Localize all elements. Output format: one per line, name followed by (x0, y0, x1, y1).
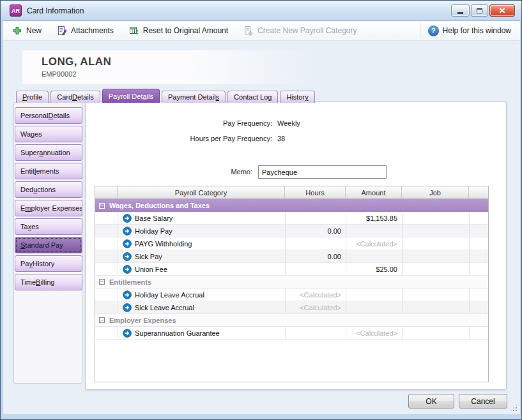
sidebar-item-deductions[interactable]: Deductions (15, 181, 82, 198)
sidebar-item-entitlements[interactable]: Entitlements (15, 163, 82, 179)
toolbar-left-group: New Attachments (3, 26, 420, 36)
table-group-employer-expenses[interactable]: Employer Expenses (95, 314, 488, 327)
toolbar-reset-original-amount-button[interactable]: Reset to Original Amount (129, 26, 228, 36)
table-row-sick-leave-accrual[interactable]: Sick Leave Accrual <Calculated> (95, 301, 488, 314)
amount-cell[interactable]: $1,153.85 (346, 212, 402, 224)
hours-cell[interactable]: <Calculated> (285, 289, 346, 301)
column-header-amount[interactable]: Amount (346, 186, 402, 199)
detail-arrow-icon[interactable] (123, 329, 132, 338)
payroll-category-name: Union Fee (135, 266, 167, 273)
sidebar-item-employer-expenses[interactable]: Employer Expenses (15, 200, 82, 216)
sidebar-item-personal-details[interactable]: Personal Details (15, 107, 82, 124)
job-cell[interactable] (402, 263, 469, 275)
restore-button[interactable] (471, 4, 488, 17)
row-select-cell[interactable] (95, 327, 118, 339)
help-button[interactable]: ? Help for this window (420, 23, 520, 38)
collapse-icon[interactable] (99, 279, 105, 285)
payroll-category-name: Sick Leave Accrual (135, 304, 194, 311)
amount-cell[interactable] (346, 225, 402, 237)
job-cell[interactable] (402, 237, 469, 250)
job-cell[interactable] (402, 327, 469, 339)
resize-grip[interactable] (510, 404, 518, 412)
sidebar-item-wages[interactable]: Wages (15, 126, 82, 142)
table-row-payg-withholding[interactable]: PAYG Withholding <Calculated> (95, 237, 488, 250)
amount-cell[interactable] (346, 301, 402, 313)
table-row-sick-pay[interactable]: Sick Pay 0.00 (95, 250, 488, 263)
hours-cell[interactable]: 0.00 (285, 250, 346, 262)
row-select-cell[interactable] (95, 263, 118, 275)
table-group-entitlements[interactable]: Entitlements (95, 276, 488, 289)
amount-cell[interactable] (346, 289, 402, 301)
column-header-payroll-category[interactable]: Payroll Category (118, 186, 285, 199)
detail-arrow-icon[interactable] (123, 239, 132, 248)
table-row-union-fee[interactable]: Union Fee $25.00 (95, 263, 488, 276)
toolbar-attachments-button[interactable]: Attachments (57, 26, 114, 36)
hours-cell[interactable]: <Calculated> (285, 301, 346, 313)
tab-contact-log[interactable]: Contact Log (227, 91, 278, 103)
job-cell[interactable] (402, 212, 469, 224)
tab-label: Contact Lo (234, 93, 268, 101)
detail-arrow-icon[interactable] (123, 214, 132, 223)
tab-label: rofile (27, 93, 42, 101)
job-cell[interactable] (402, 301, 469, 313)
hours-cell[interactable] (285, 212, 346, 224)
table-row-holiday-leave-accrual[interactable]: Holiday Leave Accrual <Calculated> (95, 289, 488, 301)
collapse-icon[interactable] (99, 203, 105, 209)
sidebar-item-standard-pay[interactable]: Standard Pay (15, 237, 82, 253)
amount-cell[interactable] (346, 250, 402, 262)
window-title: Card Information (27, 6, 84, 15)
column-header-blank-left[interactable] (95, 186, 118, 199)
hours-cell[interactable] (285, 237, 346, 250)
row-select-cell[interactable] (95, 250, 118, 262)
sidebar-item-time-billing[interactable]: Time Billing (15, 274, 82, 290)
table-row-base-salary[interactable]: Base Salary $1,153.85 (95, 212, 488, 225)
ok-button[interactable]: OK (408, 394, 454, 409)
row-end-cell (469, 263, 488, 275)
title-bar[interactable]: AR Card Information (1, 1, 521, 20)
detail-arrow-icon[interactable] (123, 290, 132, 299)
detail-arrow-icon[interactable] (123, 303, 132, 312)
job-cell[interactable] (402, 289, 469, 301)
job-cell[interactable] (402, 225, 469, 237)
column-header-blank-right[interactable] (469, 186, 488, 199)
minimize-button[interactable] (451, 4, 470, 17)
hours-cell[interactable] (285, 263, 346, 275)
close-button[interactable] (489, 4, 515, 17)
row-select-cell[interactable] (95, 289, 118, 301)
tab-profile[interactable]: Profile (16, 91, 49, 103)
amount-cell[interactable]: $25.00 (346, 263, 402, 275)
job-cell[interactable] (402, 250, 469, 262)
hours-cell[interactable]: 0.00 (285, 225, 346, 237)
amount-cell[interactable]: <Calculated> (346, 327, 402, 339)
collapse-icon[interactable] (99, 317, 105, 323)
hours-cell[interactable] (285, 327, 346, 339)
column-header-job[interactable]: Job (402, 186, 469, 199)
sidebar-item-pay-history[interactable]: Pay History (15, 255, 82, 272)
table-group-wages-deductions-and-taxes[interactable]: Wages, Deductions and Taxes (95, 199, 488, 212)
row-select-cell[interactable] (95, 237, 118, 250)
memo-input[interactable] (258, 165, 387, 179)
tab-card-details[interactable]: Card Details (50, 91, 100, 103)
row-select-cell[interactable] (95, 225, 118, 237)
tab-label: Payroll Det (109, 93, 143, 100)
detail-arrow-icon[interactable] (123, 252, 132, 261)
tab-payroll-details[interactable]: Payroll Details (102, 89, 160, 103)
table-row-superannuation-guarantee[interactable]: Superannuation Guarantee <Calculated> (95, 327, 488, 340)
column-header-hours[interactable]: Hours (285, 186, 346, 199)
row-select-cell[interactable] (95, 212, 118, 224)
detail-arrow-icon[interactable] (123, 265, 132, 274)
tab-history[interactable]: History (280, 91, 314, 103)
payroll-category-name: Holiday Leave Accrual (135, 291, 204, 299)
tab-payment-details[interactable]: Payment Details (162, 91, 226, 103)
amount-cell[interactable]: <Calculated> (346, 237, 402, 250)
detail-arrow-icon[interactable] (123, 227, 132, 236)
toolbar-new-button[interactable]: New (12, 26, 42, 36)
sidebar-item-taxes[interactable]: Taxes (15, 218, 82, 235)
toolbar-attachments-label: Attachments (71, 26, 114, 35)
toolbar-create-payroll-category-button[interactable]: Create New Payroll Category (243, 26, 357, 36)
row-select-cell[interactable] (95, 301, 118, 313)
table-row-holiday-pay[interactable]: Holiday Pay 0.00 (95, 225, 488, 237)
sidebar-item-superannuation[interactable]: Superannuation (15, 144, 82, 161)
cancel-button[interactable]: Cancel (459, 394, 507, 409)
group-title: Employer Expenses (109, 317, 176, 324)
